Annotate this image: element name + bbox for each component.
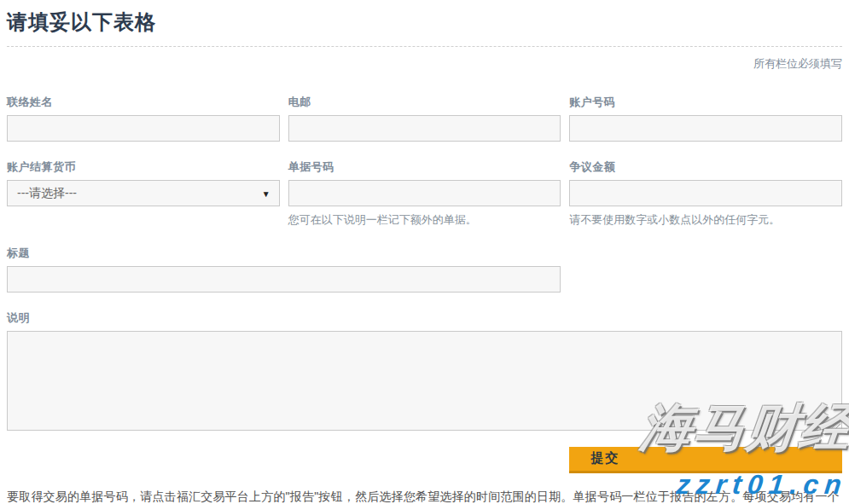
page-title: 请填妥以下表格 <box>7 7 842 47</box>
subject-label: 标题 <box>7 246 561 261</box>
submit-row: 提交 <box>569 447 842 473</box>
submit-button[interactable]: 提交 <box>569 447 842 473</box>
email-label: 电邮 <box>288 95 561 110</box>
description-textarea[interactable] <box>7 331 842 431</box>
ticket-number-help: 您可在以下说明一栏记下额外的单据。 <box>288 212 561 228</box>
account-number-input[interactable] <box>569 115 842 142</box>
currency-selected-value: ---请选择--- <box>17 186 77 201</box>
field-email: 电邮 <box>288 95 561 142</box>
field-subject: 标题 <box>7 246 561 293</box>
field-contact-name: 联络姓名 <box>7 95 280 142</box>
field-description: 说明 <box>7 310 842 431</box>
ticket-number-input[interactable] <box>288 180 561 206</box>
currency-select[interactable]: ---请选择--- ▼ <box>7 180 280 206</box>
dispute-amount-label: 争议金额 <box>569 159 842 175</box>
field-ticket-number: 单据号码 您可在以下说明一栏记下额外的单据。 <box>288 159 561 228</box>
ticket-number-label: 单据号码 <box>288 159 561 175</box>
dispute-amount-input[interactable] <box>569 180 842 206</box>
contact-name-input[interactable] <box>7 115 280 142</box>
form-page: 请填妥以下表格 所有栏位必须填写 联络姓名 电邮 账户号码 账户结算货币 ---… <box>0 0 849 504</box>
account-number-label: 账户号码 <box>569 95 842 110</box>
contact-name-label: 联络姓名 <box>7 95 280 110</box>
subject-input[interactable] <box>7 266 561 293</box>
field-dispute-amount: 争议金额 请不要使用数字或小数点以外的任何字元。 <box>569 159 842 228</box>
caret-down-icon: ▼ <box>262 188 270 198</box>
description-label: 说明 <box>7 310 842 326</box>
email-input[interactable] <box>288 115 561 142</box>
currency-label: 账户结算货币 <box>7 159 280 175</box>
required-fields-note: 所有栏位必须填写 <box>7 56 842 72</box>
field-currency: 账户结算货币 ---请选择--- ▼ <box>7 159 280 228</box>
field-account-number: 账户号码 <box>569 95 842 142</box>
footer-instructions: 要取得交易的单据号码，请点击福汇交易平台上方的"报告"按钮，然后选择您希望选择的… <box>7 488 842 504</box>
dispute-amount-help: 请不要使用数字或小数点以外的任何字元。 <box>569 212 842 228</box>
support-form: 联络姓名 电邮 账户号码 账户结算货币 ---请选择--- ▼ 单据号码 您可在… <box>7 77 842 473</box>
